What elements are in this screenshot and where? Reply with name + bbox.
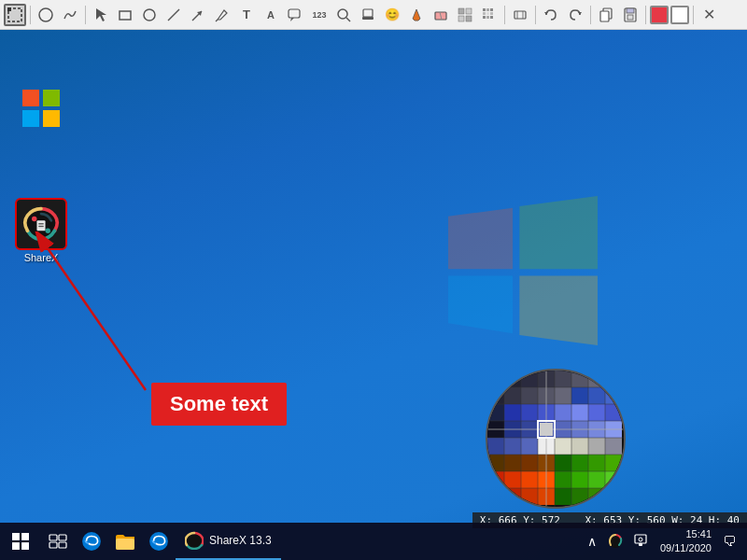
svg-rect-64 — [588, 371, 605, 387]
svg-rect-24 — [490, 8, 493, 11]
pixelate-icon[interactable] — [454, 4, 476, 26]
eraser-icon[interactable] — [430, 4, 452, 26]
svg-rect-78 — [555, 404, 571, 421]
svg-rect-150 — [116, 539, 134, 550]
svg-rect-28 — [483, 16, 486, 19]
top-toolbar: T A 123 😊 — [0, 0, 747, 30]
svg-rect-74 — [487, 404, 504, 421]
svg-rect-107 — [504, 471, 521, 488]
svg-rect-46 — [43, 90, 60, 106]
svg-rect-100 — [521, 455, 538, 471]
svg-rect-52 — [36, 220, 45, 231]
pen-icon[interactable] — [211, 4, 233, 26]
cursor-icon[interactable] — [90, 4, 112, 26]
svg-rect-111 — [571, 471, 588, 488]
counter-icon[interactable]: 123 — [308, 4, 331, 26]
svg-rect-10 — [289, 9, 300, 18]
svg-rect-81 — [605, 404, 622, 421]
svg-rect-110 — [555, 471, 571, 488]
face-icon[interactable]: 😊 — [381, 4, 403, 26]
line-icon[interactable] — [162, 4, 185, 26]
font-icon[interactable]: A — [260, 4, 282, 26]
svg-marker-44 — [519, 275, 598, 345]
arrow-tool-icon[interactable] — [187, 4, 209, 26]
sharex-taskbar-app[interactable]: ShareX 13.3 — [176, 523, 281, 560]
sharex-desktop-icon[interactable]: ShareX — [7, 198, 75, 264]
svg-rect-146 — [49, 542, 57, 548]
some-text-annotation: Some text — [151, 383, 287, 426]
explorer-taskbar-button[interactable] — [108, 523, 142, 560]
speech-bubble-icon[interactable] — [284, 4, 306, 26]
taskview-button[interactable] — [41, 523, 75, 560]
toolbar-sep-1 — [30, 6, 31, 24]
svg-rect-72 — [588, 387, 605, 404]
more-icon[interactable] — [509, 4, 531, 26]
circle-icon[interactable] — [138, 4, 161, 26]
ms-desktop-icon[interactable] — [7, 84, 75, 134]
fill-icon[interactable] — [405, 4, 428, 26]
clock-date: 09/11/2020 — [660, 541, 712, 555]
stamp-icon[interactable] — [357, 4, 379, 26]
svg-rect-79 — [571, 404, 588, 421]
ellipse-tool-icon[interactable] — [35, 4, 57, 26]
save-icon[interactable] — [619, 4, 641, 26]
screenshot-tray-icon[interactable] — [630, 531, 653, 553]
notification-center-icon[interactable]: 🗨 — [719, 532, 740, 551]
start-button[interactable] — [0, 523, 41, 560]
svg-rect-140 — [12, 533, 20, 540]
svg-rect-37 — [600, 11, 609, 21]
svg-line-6 — [168, 9, 179, 21]
svg-rect-70 — [555, 387, 571, 404]
toolbar-sep-4 — [535, 6, 536, 24]
svg-rect-143 — [21, 542, 29, 550]
svg-rect-145 — [59, 535, 66, 540]
close-tool-icon[interactable]: ✕ — [698, 4, 720, 26]
text-icon[interactable]: T — [235, 4, 258, 26]
ms-icon-image — [17, 84, 65, 133]
edge-taskbar-button[interactable] — [75, 523, 108, 560]
svg-rect-31 — [514, 11, 526, 19]
svg-rect-154 — [635, 535, 646, 543]
svg-rect-92 — [521, 438, 538, 455]
svg-point-2 — [39, 8, 52, 21]
svg-rect-139 — [540, 423, 553, 436]
svg-rect-4 — [120, 11, 131, 20]
svg-rect-18 — [458, 8, 464, 14]
system-clock[interactable]: 15:41 09/11/2020 — [656, 527, 715, 556]
svg-rect-53 — [38, 223, 43, 224]
annotation-text: Some text — [170, 392, 268, 415]
svg-rect-90 — [487, 438, 504, 455]
freehand-icon[interactable] — [59, 4, 81, 26]
blur-icon[interactable] — [478, 4, 500, 26]
svg-rect-104 — [588, 455, 605, 471]
svg-rect-71 — [571, 387, 588, 404]
toolbar-sep-7 — [693, 6, 694, 24]
svg-line-13 — [346, 18, 350, 21]
svg-rect-147 — [59, 542, 66, 548]
undo-icon[interactable] — [540, 4, 562, 26]
color1-icon[interactable] — [650, 6, 669, 24]
sharex-tray-icon[interactable] — [604, 532, 627, 551]
svg-marker-35 — [578, 12, 582, 15]
svg-marker-3 — [96, 8, 106, 21]
copy-icon[interactable] — [595, 4, 617, 26]
edge2-taskbar-button[interactable] — [142, 523, 176, 560]
svg-rect-59 — [504, 371, 521, 387]
svg-marker-42 — [519, 196, 598, 269]
svg-rect-1 — [7, 7, 11, 11]
svg-line-9 — [216, 20, 218, 21]
desktop: T A 123 😊 — [0, 0, 747, 560]
tray-chevron[interactable]: ∧ — [584, 532, 600, 551]
select-rect-icon[interactable] — [4, 4, 26, 26]
svg-rect-25 — [483, 12, 486, 15]
magnifier-tool-icon[interactable] — [332, 4, 355, 26]
color2-icon[interactable] — [670, 6, 689, 24]
svg-rect-105 — [605, 455, 622, 471]
rect-icon[interactable] — [114, 4, 136, 26]
svg-rect-76 — [521, 404, 538, 421]
svg-marker-43 — [448, 275, 513, 333]
svg-rect-80 — [588, 404, 605, 421]
svg-marker-34 — [544, 12, 548, 15]
redo-icon[interactable] — [564, 4, 586, 26]
svg-rect-108 — [521, 471, 538, 488]
